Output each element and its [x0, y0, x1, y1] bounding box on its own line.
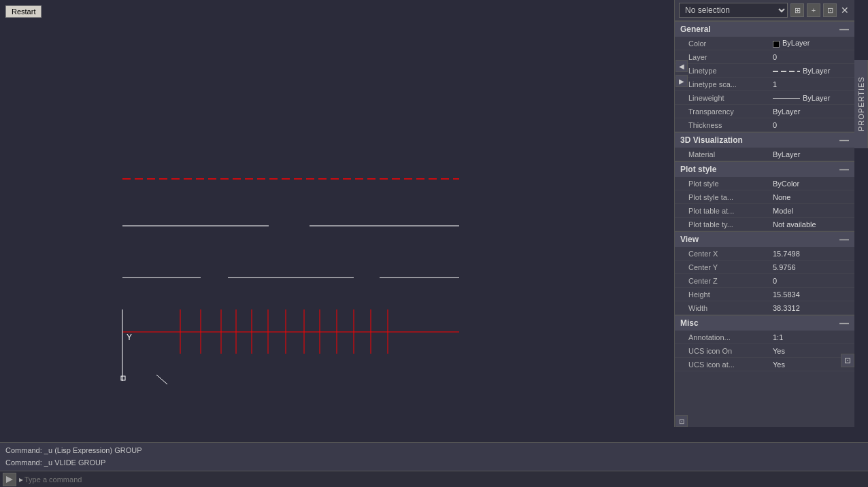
- prop-height-label: Height: [688, 290, 770, 299]
- prop-center-y-label: Center Y: [688, 263, 770, 271]
- panel-header: No selection ⊞ + ⊡ ✕: [675, 0, 854, 21]
- prop-center-y-value: 5.9756: [770, 263, 849, 271]
- prop-plot-table-at-label: Plot table at...: [688, 207, 770, 215]
- prop-plot-style-table[interactable]: Plot style ta... None: [675, 190, 854, 204]
- section-misc-collapse: —: [839, 318, 849, 329]
- lineweight-preview: [773, 98, 800, 99]
- command-cursor: ▸: [19, 475, 23, 484]
- prop-center-z[interactable]: Center Z 0: [675, 274, 854, 288]
- prop-material[interactable]: Material ByLayer: [675, 148, 854, 161]
- properties-tab[interactable]: PROPERTIES: [854, 60, 868, 148]
- panel-bottom-icon[interactable]: ⊡: [841, 354, 854, 367]
- prop-center-y[interactable]: Center Y 5.9756: [675, 261, 854, 274]
- prop-plot-table-at[interactable]: Plot table at... Model: [675, 204, 854, 218]
- prop-material-value: ByLayer: [770, 150, 849, 158]
- prop-linetype-scale[interactable]: Linetype sca... 1: [675, 78, 854, 91]
- panel-side-toggle-top[interactable]: ◀: [675, 60, 688, 72]
- drawing-canvas: Y: [0, 0, 537, 442]
- section-plot-style-label: Plot style: [680, 165, 716, 174]
- section-view-label: View: [680, 235, 699, 244]
- selection-dropdown[interactable]: No selection: [679, 3, 788, 18]
- section-misc-label: Misc: [680, 318, 699, 328]
- command-prompt-icon[interactable]: [3, 473, 16, 486]
- prop-lineweight[interactable]: Lineweight ByLayer: [675, 91, 854, 105]
- prop-height[interactable]: Height 15.5834: [675, 288, 854, 301]
- panel-close-button[interactable]: ✕: [839, 5, 850, 16]
- prop-linetype-scale-label: Linetype sca...: [688, 80, 770, 88]
- prop-ucs-icon-on[interactable]: UCS icon On Yes: [675, 344, 854, 358]
- section-misc[interactable]: Misc —: [675, 315, 854, 331]
- prop-transparency-label: Transparency: [688, 107, 770, 116]
- panel-small-square[interactable]: ⊡: [675, 415, 688, 427]
- prop-plot-table-ty-value: Not available: [770, 220, 849, 229]
- prop-plot-style[interactable]: Plot style ByColor: [675, 177, 854, 190]
- prop-linetype-value: ByLayer: [770, 67, 849, 75]
- prop-center-z-value: 0: [770, 277, 849, 285]
- prop-color-label: Color: [688, 39, 770, 48]
- prop-thickness-value: 0: [770, 121, 849, 129]
- command-output: Command: _u (Lisp Expression) GROUP Comm…: [0, 443, 868, 471]
- prop-ucs-icon-at-label: UCS icon at...: [688, 360, 770, 369]
- prop-ucs-icon-on-label: UCS icon On: [688, 347, 770, 355]
- section-plot-style-collapse: —: [839, 164, 849, 175]
- svg-text:Y: Y: [127, 333, 132, 342]
- command-input-row: ▸: [0, 471, 868, 487]
- command-line-1: Command: _u (Lisp Expression) GROUP: [5, 444, 863, 456]
- prop-annotation[interactable]: Annotation... 1:1: [675, 331, 854, 344]
- panel-bottom-icon-glyph: ⊡: [844, 356, 851, 365]
- prop-linetype-scale-value: 1: [770, 80, 849, 88]
- linetype-preview: [773, 71, 800, 72]
- svg-line-23: [156, 375, 167, 384]
- prop-center-x[interactable]: Center X 15.7498: [675, 247, 854, 261]
- command-line-2: Command: _u VLIDE GROUP: [5, 456, 863, 469]
- panel-side-toggle-bottom[interactable]: ▶: [675, 75, 688, 87]
- prop-linetype[interactable]: Linetype ByLayer: [675, 64, 854, 78]
- section-plot-style[interactable]: Plot style —: [675, 161, 854, 177]
- prompt-icon-svg: [5, 475, 14, 484]
- prop-transparency[interactable]: Transparency ByLayer: [675, 105, 854, 118]
- prop-color[interactable]: Color ByLayer: [675, 37, 854, 50]
- prop-plot-table-ty-label: Plot table ty...: [688, 220, 770, 229]
- command-input[interactable]: [24, 475, 865, 484]
- section-3d-viz[interactable]: 3D Visualization —: [675, 132, 854, 148]
- section-view-collapse: —: [839, 234, 849, 245]
- toggle-icon-3[interactable]: ⊡: [823, 3, 837, 17]
- prop-lineweight-label: Lineweight: [688, 94, 770, 102]
- restart-button[interactable]: Restart: [5, 5, 41, 18]
- section-general-label: General: [680, 24, 711, 34]
- toggle-icon-1[interactable]: ⊞: [790, 3, 804, 17]
- toggle-icon-2[interactable]: +: [807, 3, 820, 17]
- section-view[interactable]: View —: [675, 231, 854, 247]
- prop-thickness[interactable]: Thickness 0: [675, 118, 854, 132]
- svg-marker-24: [6, 476, 13, 483]
- prop-center-x-label: Center X: [688, 250, 770, 258]
- bottom-area: Command: _u (Lisp Expression) GROUP Comm…: [0, 442, 868, 487]
- section-general-collapse: —: [839, 24, 849, 35]
- prop-annotation-label: Annotation...: [688, 333, 770, 341]
- prop-layer-label: Layer: [688, 53, 770, 61]
- prop-width-label: Width: [688, 304, 770, 312]
- prop-plot-style-table-label: Plot style ta...: [688, 193, 770, 201]
- prop-color-value: ByLayer: [770, 39, 849, 47]
- prop-height-value: 15.5834: [770, 290, 849, 299]
- prop-plot-style-value: ByColor: [770, 180, 849, 188]
- prop-plot-style-table-value: None: [770, 193, 849, 201]
- prop-layer-value: 0: [770, 53, 849, 61]
- prop-layer[interactable]: Layer 0: [675, 50, 854, 64]
- prop-width-value: 38.3312: [770, 304, 849, 312]
- prop-linetype-label: Linetype: [688, 67, 770, 75]
- prop-plot-table-ty[interactable]: Plot table ty... Not available: [675, 218, 854, 231]
- color-swatch: [773, 41, 780, 48]
- prop-ucs-icon-at-value: Yes: [770, 360, 849, 369]
- prop-material-label: Material: [688, 150, 770, 158]
- prop-ucs-icon-at[interactable]: UCS icon at... Yes: [675, 358, 854, 371]
- prop-annotation-value: 1:1: [770, 333, 849, 341]
- section-general[interactable]: General —: [675, 21, 854, 37]
- panel-content: General — Color ByLayer Layer 0 Linetype…: [675, 21, 854, 414]
- prop-lineweight-value: ByLayer: [770, 94, 849, 102]
- properties-panel: No selection ⊞ + ⊡ ✕ General — Color ByL…: [674, 0, 854, 427]
- prop-ucs-icon-on-value: Yes: [770, 347, 849, 355]
- svg-rect-22: [121, 376, 125, 380]
- prop-width[interactable]: Width 38.3312: [675, 301, 854, 315]
- prop-transparency-value: ByLayer: [770, 107, 849, 116]
